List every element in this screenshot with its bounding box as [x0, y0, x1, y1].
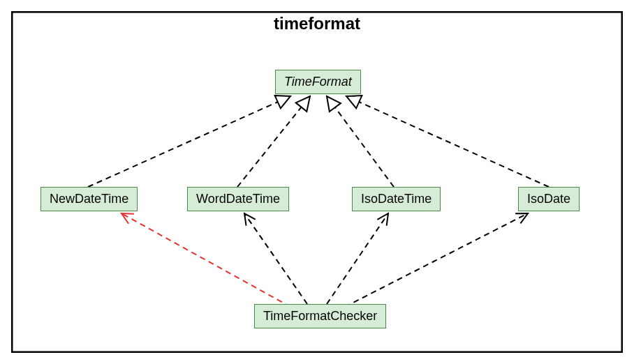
diagram-frame: timeformat TimeFormat NewDateTime WordDa…	[11, 11, 623, 353]
node-worddatetime: WordDateTime	[187, 187, 289, 211]
node-label: TimeFormatChecker	[263, 309, 377, 323]
edge-checker-isodatetime	[327, 213, 388, 304]
edge-checker-isodate	[345, 213, 528, 307]
edge-isodate-timeformat	[346, 96, 549, 187]
node-label: NewDateTime	[50, 192, 128, 206]
edge-checker-worddatetime	[244, 213, 307, 304]
node-label: TimeFormat	[284, 75, 352, 89]
edge-worddatetime-timeformat	[237, 96, 310, 187]
diagram-edges	[11, 11, 623, 353]
diagram-title: timeformat	[11, 14, 623, 33]
node-timeformat: TimeFormat	[275, 70, 361, 94]
edge-newdatetime-timeformat	[88, 96, 290, 187]
edge-checker-newdatetime	[121, 213, 290, 307]
svg-rect-0	[12, 12, 622, 352]
node-timeformatchecker: TimeFormatChecker	[254, 304, 386, 328]
node-isodatetime: IsoDateTime	[352, 187, 441, 211]
node-label: IsoDate	[527, 192, 570, 206]
node-newdatetime: NewDateTime	[40, 187, 138, 211]
node-label: IsoDateTime	[361, 192, 432, 206]
edge-isodatetime-timeformat	[327, 96, 394, 187]
node-label: WordDateTime	[196, 192, 280, 206]
node-isodate: IsoDate	[518, 187, 580, 211]
